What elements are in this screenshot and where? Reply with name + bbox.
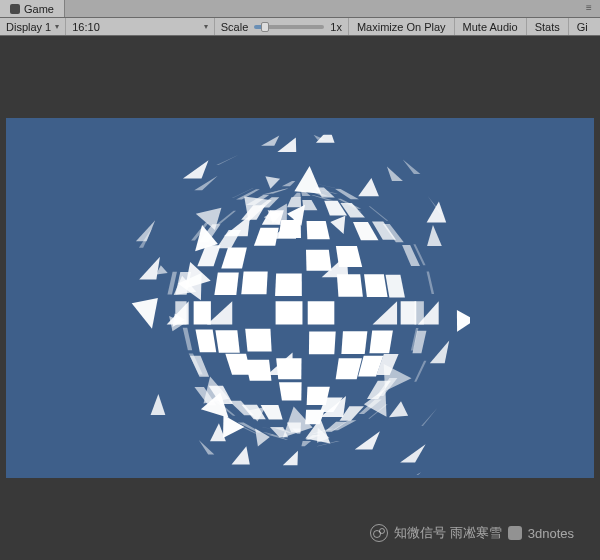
game-toolbar: Display 1 ▾ 16:10 ▾ Scale 1x Maximize On… bbox=[0, 18, 600, 36]
wechat-icon bbox=[370, 524, 388, 542]
svg-marker-58 bbox=[151, 394, 166, 415]
svg-marker-60 bbox=[245, 360, 271, 381]
svg-marker-87 bbox=[337, 274, 363, 297]
chevron-down-icon: ▾ bbox=[55, 22, 59, 31]
watermark-icon-2 bbox=[508, 526, 522, 540]
svg-marker-85 bbox=[276, 301, 303, 324]
game-tab-icon bbox=[10, 4, 20, 14]
watermark: 知微信号 雨凇寒雪 3dnotes bbox=[370, 524, 574, 542]
svg-marker-178 bbox=[330, 216, 345, 234]
svg-marker-125 bbox=[387, 167, 403, 182]
svg-marker-133 bbox=[277, 137, 296, 152]
svg-marker-43 bbox=[421, 408, 437, 426]
svg-marker-39 bbox=[355, 431, 380, 449]
svg-marker-71 bbox=[215, 330, 239, 353]
svg-marker-97 bbox=[275, 273, 302, 296]
svg-marker-89 bbox=[386, 275, 405, 298]
svg-marker-13 bbox=[301, 441, 311, 446]
watermark-text-2: 3dnotes bbox=[528, 526, 574, 541]
stats-label: Stats bbox=[535, 21, 560, 33]
svg-marker-120 bbox=[254, 228, 279, 246]
tab-bar: Game ≡ bbox=[0, 0, 600, 18]
maximize-label: Maximize On Play bbox=[357, 21, 446, 33]
watermark-text: 知微信号 雨凇寒雪 bbox=[394, 524, 502, 542]
svg-marker-164 bbox=[255, 429, 270, 447]
mute-audio-button[interactable]: Mute Audio bbox=[455, 18, 527, 35]
svg-marker-105 bbox=[136, 220, 155, 241]
svg-marker-187 bbox=[132, 298, 158, 329]
svg-marker-99 bbox=[336, 246, 362, 267]
rendered-sphere bbox=[130, 135, 470, 475]
svg-marker-157 bbox=[267, 188, 288, 193]
svg-marker-110 bbox=[306, 250, 332, 271]
svg-marker-82 bbox=[194, 301, 211, 324]
chevron-down-icon: ▾ bbox=[204, 22, 208, 31]
scale-control: Scale 1x bbox=[215, 18, 349, 35]
maximize-on-play-button[interactable]: Maximize On Play bbox=[349, 18, 455, 35]
svg-marker-94 bbox=[139, 257, 160, 280]
svg-marker-171 bbox=[223, 415, 244, 438]
svg-marker-37 bbox=[283, 451, 298, 466]
aspect-dropdown[interactable]: 16:10 ▾ bbox=[66, 18, 215, 35]
svg-marker-72 bbox=[245, 329, 271, 352]
svg-marker-77 bbox=[401, 301, 417, 324]
svg-marker-162 bbox=[384, 364, 412, 391]
svg-marker-75 bbox=[373, 301, 398, 324]
svg-marker-74 bbox=[309, 332, 336, 355]
svg-marker-119 bbox=[183, 160, 209, 178]
svg-marker-63 bbox=[341, 331, 367, 354]
svg-marker-168 bbox=[294, 166, 321, 194]
svg-marker-86 bbox=[308, 301, 335, 324]
display-dropdown[interactable]: Display 1 ▾ bbox=[0, 18, 66, 35]
svg-marker-111 bbox=[358, 178, 379, 196]
svg-marker-183 bbox=[457, 310, 470, 332]
svg-marker-49 bbox=[279, 382, 302, 400]
game-render-area[interactable] bbox=[6, 118, 594, 478]
svg-marker-127 bbox=[369, 206, 389, 221]
tab-options-icon[interactable]: ≡ bbox=[582, 0, 596, 14]
svg-marker-160 bbox=[292, 193, 301, 198]
svg-marker-64 bbox=[369, 331, 393, 354]
game-tab[interactable]: Game bbox=[0, 0, 65, 17]
game-tab-label: Game bbox=[24, 3, 54, 15]
svg-marker-100 bbox=[427, 202, 447, 223]
scale-slider[interactable] bbox=[254, 25, 324, 29]
svg-marker-33 bbox=[199, 440, 215, 455]
svg-marker-88 bbox=[364, 274, 388, 297]
viewport-container: 知微信号 雨凇寒雪 3dnotes bbox=[0, 36, 600, 560]
svg-marker-107 bbox=[221, 247, 247, 268]
svg-marker-50 bbox=[307, 387, 330, 405]
svg-marker-101 bbox=[427, 225, 442, 246]
svg-marker-146 bbox=[287, 197, 301, 207]
svg-marker-57 bbox=[190, 356, 209, 377]
gizmos-label: Gi bbox=[577, 21, 588, 33]
svg-marker-145 bbox=[261, 136, 279, 146]
scale-value: 1x bbox=[330, 21, 342, 33]
svg-marker-78 bbox=[415, 301, 424, 324]
gizmos-button[interactable]: Gi bbox=[569, 18, 596, 35]
svg-marker-137 bbox=[335, 189, 359, 199]
svg-marker-55 bbox=[414, 361, 426, 382]
stats-button[interactable]: Stats bbox=[527, 18, 569, 35]
aspect-label: 16:10 bbox=[72, 21, 100, 33]
svg-marker-70 bbox=[195, 329, 216, 352]
mute-audio-label: Mute Audio bbox=[463, 21, 518, 33]
svg-marker-40 bbox=[400, 444, 425, 462]
viewport-letterbox: 知微信号 雨凇寒雪 3dnotes bbox=[6, 42, 594, 554]
svg-marker-91 bbox=[427, 271, 435, 294]
svg-marker-48 bbox=[232, 446, 250, 464]
svg-marker-68 bbox=[183, 328, 192, 351]
svg-marker-96 bbox=[241, 272, 267, 295]
svg-marker-159 bbox=[282, 181, 295, 186]
svg-marker-184 bbox=[389, 401, 408, 417]
svg-marker-95 bbox=[214, 272, 238, 295]
svg-marker-141 bbox=[216, 155, 238, 165]
scale-label: Scale bbox=[221, 21, 249, 33]
svg-marker-122 bbox=[307, 221, 330, 239]
display-label: Display 1 bbox=[6, 21, 51, 33]
svg-marker-29 bbox=[396, 472, 420, 474]
svg-marker-126 bbox=[403, 160, 421, 175]
svg-marker-118 bbox=[217, 230, 242, 248]
svg-marker-65 bbox=[430, 341, 449, 364]
scale-slider-thumb[interactable] bbox=[261, 22, 269, 32]
